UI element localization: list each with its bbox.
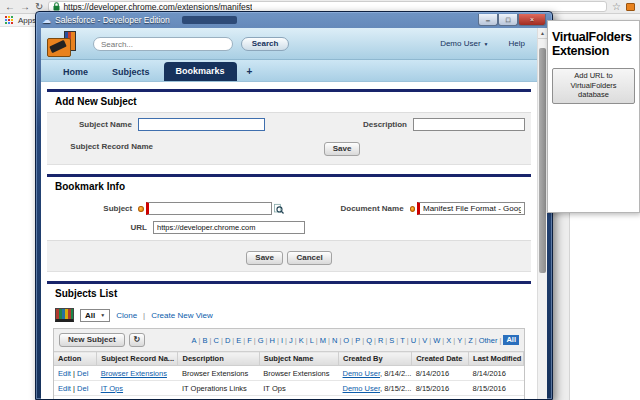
alphabet-link[interactable]: All bbox=[503, 335, 519, 345]
alphabet-link[interactable]: O bbox=[343, 336, 349, 345]
separator: | bbox=[266, 336, 268, 345]
help-link[interactable]: Help bbox=[509, 39, 525, 48]
alphabet-link[interactable]: B bbox=[203, 336, 208, 345]
clone-link[interactable]: Clone bbox=[116, 311, 137, 320]
created-by-link[interactable]: Demo User bbox=[343, 399, 381, 400]
alphabet-link[interactable]: C bbox=[214, 336, 219, 345]
save-button[interactable]: Save bbox=[246, 251, 283, 265]
alphabet-link[interactable]: J bbox=[289, 336, 293, 345]
alphabet-link[interactable]: K bbox=[299, 336, 304, 345]
separator: | bbox=[396, 336, 398, 345]
table-row: Edit | DelMusic FilesMusic FilesMusic Fi… bbox=[54, 396, 524, 400]
popup-title: VirtualFolders Extension bbox=[552, 30, 635, 59]
alphabet-link[interactable]: N bbox=[332, 336, 337, 345]
view-selector[interactable]: All ▼ bbox=[80, 309, 110, 322]
column-header[interactable]: Subject Name bbox=[259, 352, 338, 366]
maximize-button[interactable]: □ bbox=[498, 14, 518, 26]
virtualfolders-extension-icon[interactable] bbox=[626, 3, 635, 11]
alphabet-link[interactable]: A bbox=[192, 336, 197, 345]
section-title: Add New Subject bbox=[47, 92, 531, 112]
user-menu[interactable]: Demo User▼ bbox=[440, 39, 488, 48]
column-header[interactable]: Description bbox=[178, 352, 259, 366]
scrollbar-thumb[interactable] bbox=[539, 48, 546, 273]
back-icon[interactable]: ← bbox=[5, 2, 15, 12]
virtualfolders-popup: VirtualFolders Extension Add URL to Virt… bbox=[547, 20, 640, 213]
separator: | bbox=[385, 336, 387, 345]
subject-name-input[interactable] bbox=[138, 118, 265, 131]
apps-bookmark[interactable]: Apps bbox=[18, 16, 36, 25]
new-subject-button[interactable]: New Subject bbox=[59, 333, 125, 347]
bookmark-star-icon[interactable]: ☆ bbox=[612, 1, 621, 12]
del-link[interactable]: Del bbox=[77, 384, 88, 393]
page-background-strip bbox=[553, 213, 570, 400]
refresh-button[interactable]: ↻ bbox=[129, 333, 146, 347]
alphabet-link[interactable]: Y bbox=[457, 336, 462, 345]
alphabet-link[interactable]: F bbox=[247, 336, 252, 345]
column-header[interactable]: Subject Record Na... bbox=[97, 352, 178, 366]
record-name-link[interactable]: Music Files bbox=[101, 399, 139, 400]
table-cell: IT Ops bbox=[259, 381, 338, 396]
add-url-button[interactable]: Add URL to VirtualFolders database bbox=[552, 68, 635, 104]
tab-add[interactable]: + bbox=[241, 63, 259, 81]
alphabet-link[interactable]: L bbox=[310, 336, 314, 345]
column-header[interactable]: Last Modified Date bbox=[469, 352, 524, 366]
url-text[interactable]: https://developer.chrome.com/extensions/… bbox=[63, 2, 252, 12]
created-by-link[interactable]: Demo User bbox=[343, 384, 381, 393]
list-view-icon[interactable] bbox=[55, 308, 74, 322]
window-scrollbar[interactable]: ▲ bbox=[537, 28, 547, 399]
alphabet-link[interactable]: T bbox=[400, 336, 405, 345]
created-by-link[interactable]: Demo User bbox=[343, 369, 381, 378]
document-name-input[interactable] bbox=[417, 202, 525, 215]
alphabet-link[interactable]: U bbox=[411, 336, 416, 345]
search-button[interactable]: Search bbox=[241, 37, 289, 51]
alphabet-link[interactable]: D bbox=[225, 336, 230, 345]
record-name-link[interactable]: Browser Extensions bbox=[101, 369, 167, 378]
apps-grid-icon[interactable] bbox=[5, 16, 14, 25]
tab-home[interactable]: Home bbox=[53, 64, 98, 81]
del-link[interactable]: Del bbox=[77, 369, 88, 378]
alphabet-link[interactable]: H bbox=[270, 336, 275, 345]
alphabet-link[interactable]: S bbox=[389, 336, 394, 345]
description-input[interactable] bbox=[413, 118, 525, 131]
alphabet-link[interactable]: E bbox=[236, 336, 241, 345]
window-titlebar[interactable]: ☁ Salesforce - Developer Edition – □ × bbox=[36, 12, 552, 28]
subject-lookup-input[interactable] bbox=[146, 202, 272, 215]
salesforce-window: ☁ Salesforce - Developer Edition – □ × S… bbox=[35, 11, 553, 400]
lookup-magnifier-icon[interactable] bbox=[274, 203, 284, 215]
column-header[interactable]: Action bbox=[54, 352, 97, 366]
tab-subjects[interactable]: Subjects bbox=[102, 64, 160, 81]
alphabet-link[interactable]: P bbox=[355, 336, 360, 345]
alphabet-link[interactable]: V bbox=[422, 336, 427, 345]
alphabet-link[interactable]: X bbox=[446, 336, 451, 345]
record-name-link[interactable]: IT Ops bbox=[101, 384, 123, 393]
url-input[interactable] bbox=[153, 221, 305, 234]
alphabet-link[interactable]: W bbox=[433, 336, 440, 345]
alphabet-link[interactable]: Other bbox=[479, 336, 498, 345]
alphabet-link[interactable]: Q bbox=[366, 336, 372, 345]
create-new-view-link[interactable]: Create New View bbox=[151, 311, 213, 320]
alphabet-link[interactable]: G bbox=[258, 336, 264, 345]
add-new-subject-section: Add New Subject Subject Name Description… bbox=[47, 89, 531, 165]
forward-icon[interactable]: → bbox=[20, 2, 30, 12]
alphabet-link[interactable]: M bbox=[320, 336, 326, 345]
save-button[interactable]: Save bbox=[324, 142, 361, 156]
separator: | bbox=[418, 336, 420, 345]
edit-link[interactable]: Edit bbox=[58, 369, 71, 378]
cancel-button[interactable]: Cancel bbox=[287, 251, 331, 265]
edit-link[interactable]: Edit bbox=[58, 399, 71, 400]
minimize-button[interactable]: – bbox=[478, 14, 498, 26]
del-link[interactable]: Del bbox=[77, 399, 88, 400]
table-cell: Music Files bbox=[259, 396, 338, 400]
search-input[interactable] bbox=[93, 37, 233, 51]
tab-bookmarks[interactable]: Bookmarks bbox=[164, 62, 237, 81]
column-header[interactable]: Created By bbox=[339, 352, 412, 366]
close-button[interactable]: × bbox=[518, 14, 546, 26]
alphabet-link[interactable]: R bbox=[378, 336, 383, 345]
reload-icon[interactable]: ↻ bbox=[35, 2, 43, 12]
separator: | bbox=[285, 336, 287, 345]
edit-link[interactable]: Edit bbox=[58, 384, 71, 393]
alphabet-link[interactable]: Z bbox=[468, 336, 473, 345]
alphabet-link[interactable]: I bbox=[281, 336, 283, 345]
scroll-up-icon[interactable]: ▲ bbox=[538, 28, 547, 39]
column-header[interactable]: Created Date bbox=[412, 352, 469, 366]
